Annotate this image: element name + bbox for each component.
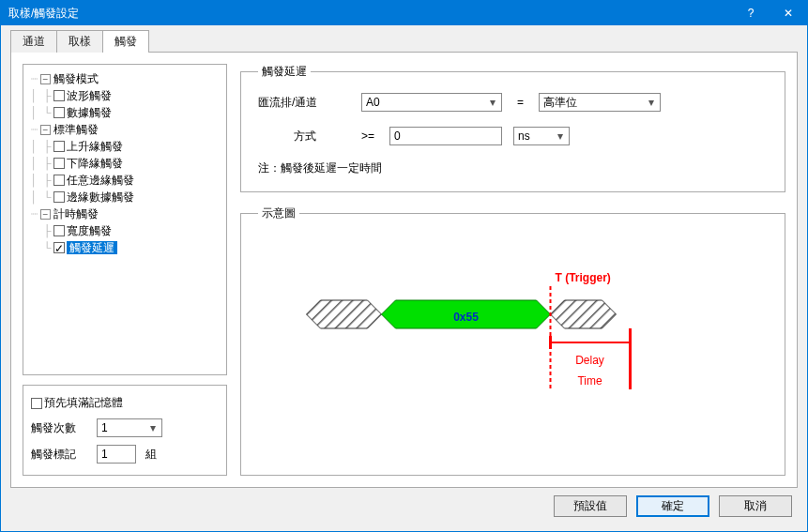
delay-value-input[interactable]: 0 (389, 127, 502, 145)
tree-group-timing[interactable]: ┈−計時觸發 (27, 205, 222, 222)
trigger-count-label: 觸發次數 (31, 420, 97, 436)
tree-item-anyedge[interactable]: │├任意邊緣觸發 (27, 172, 222, 189)
ok-button[interactable]: 確定 (636, 495, 709, 517)
checkbox-icon[interactable] (53, 107, 65, 118)
level-combo[interactable]: 高準位▾ (539, 93, 661, 112)
trigger-delay-group: 觸發延遲 匯流排/通道 A0▾ = 高準位▾ 方式 >= (240, 64, 785, 192)
chevron-down-icon: ▾ (554, 129, 567, 143)
help-button[interactable]: ? (732, 1, 770, 25)
checkbox-icon[interactable] (53, 90, 65, 101)
timing-diagram: 0x55 T (Trigger) Delay Time (258, 235, 768, 403)
close-button[interactable]: ✕ (770, 1, 807, 25)
checkbox-icon[interactable] (53, 141, 65, 152)
tree-group-mode[interactable]: ┈−觸發模式 (27, 70, 222, 87)
svg-marker-5 (551, 300, 617, 328)
trigger-count-combo[interactable]: 1▾ (97, 418, 162, 437)
svg-text:Time: Time (577, 374, 602, 388)
tree-item-waveform[interactable]: │├波形觸發 (27, 87, 222, 104)
chevron-down-icon: ▾ (146, 421, 160, 434)
delay-unit-combo[interactable]: ns▾ (513, 127, 570, 145)
right-column: 觸發延遲 匯流排/通道 A0▾ = 高準位▾ 方式 >= (240, 64, 785, 476)
trigger-mark-unit: 組 (145, 447, 157, 463)
diagram-title: 示意圖 (258, 205, 299, 221)
title-bar: 取樣/觸發設定 ? ✕ (1, 1, 807, 25)
note-text: 注：觸發後延遲一定時間 (258, 160, 382, 176)
defaults-button[interactable]: 預設值 (554, 495, 627, 517)
window-title: 取樣/觸發設定 (8, 6, 732, 22)
tab-panel: ┈−觸發模式 │├波形觸發 │└數據觸發 ┈−標準觸發 │├上升緣觸發 │├下降… (10, 52, 798, 488)
checkbox-icon[interactable] (53, 242, 65, 253)
diagram-group: 示意圖 0x55 (240, 205, 785, 476)
tree-item-rising[interactable]: │├上升緣觸發 (27, 138, 222, 155)
tree-item-delay[interactable]: └觸發延遲 (27, 239, 222, 256)
options-box: 預先填滿記憶體 觸發次數 1▾ 觸發標記 1 組 (23, 385, 227, 476)
tab-strip: 通道 取樣 觸發 (10, 31, 798, 52)
checkbox-icon[interactable] (53, 175, 65, 186)
equals-label: = (517, 96, 524, 109)
cancel-button[interactable]: 取消 (719, 495, 792, 517)
tree-item-width[interactable]: ├寬度觸發 (27, 222, 222, 239)
chevron-down-icon: ▾ (486, 96, 499, 109)
trigger-tree[interactable]: ┈−觸發模式 │├波形觸發 │└數據觸發 ┈−標準觸發 │├上升緣觸發 │├下降… (23, 64, 227, 375)
tab-channel[interactable]: 通道 (10, 30, 57, 53)
bus-channel-label: 匯流排/通道 (258, 95, 352, 111)
tree-item-data[interactable]: │└數據觸發 (27, 104, 222, 121)
mode-label: 方式 (258, 129, 352, 144)
tab-trigger[interactable]: 觸發 (102, 30, 149, 53)
mode-operator: >= (361, 129, 389, 143)
tree-item-edgedata[interactable]: │└邊緣數據觸發 (27, 189, 222, 205)
prefill-label: 預先填滿記憶體 (44, 395, 123, 411)
tab-sample[interactable]: 取樣 (56, 30, 103, 53)
prefill-checkbox[interactable] (31, 398, 42, 409)
client-area: 通道 取樣 觸發 ┈−觸發模式 │├波形觸發 │└數據觸發 ┈−標準觸發 │├上… (1, 25, 807, 531)
svg-text:T (Trigger): T (Trigger) (556, 271, 611, 284)
svg-text:Delay: Delay (575, 354, 604, 367)
trigger-mark-label: 觸發標記 (31, 447, 97, 463)
checkbox-icon[interactable] (53, 158, 65, 169)
svg-text:0x55: 0x55 (453, 311, 479, 324)
dialog-footer: 預設值 確定 取消 (10, 488, 798, 524)
checkbox-icon[interactable] (53, 225, 65, 236)
left-column: ┈−觸發模式 │├波形觸發 │└數據觸發 ┈−標準觸發 │├上升緣觸發 │├下降… (23, 64, 227, 476)
tree-group-standard[interactable]: ┈−標準觸發 (27, 121, 222, 138)
bus-channel-combo[interactable]: A0▾ (361, 93, 502, 112)
chevron-down-icon: ▾ (645, 96, 658, 109)
group-title: 觸發延遲 (258, 64, 311, 80)
tree-item-falling[interactable]: │├下降緣觸發 (27, 155, 222, 172)
svg-marker-2 (307, 300, 382, 328)
trigger-mark-input[interactable]: 1 (97, 445, 136, 464)
dialog-window: 取樣/觸發設定 ? ✕ 通道 取樣 觸發 ┈−觸發模式 │├波形觸發 │└數據觸… (0, 0, 808, 532)
checkbox-icon[interactable] (53, 191, 65, 203)
